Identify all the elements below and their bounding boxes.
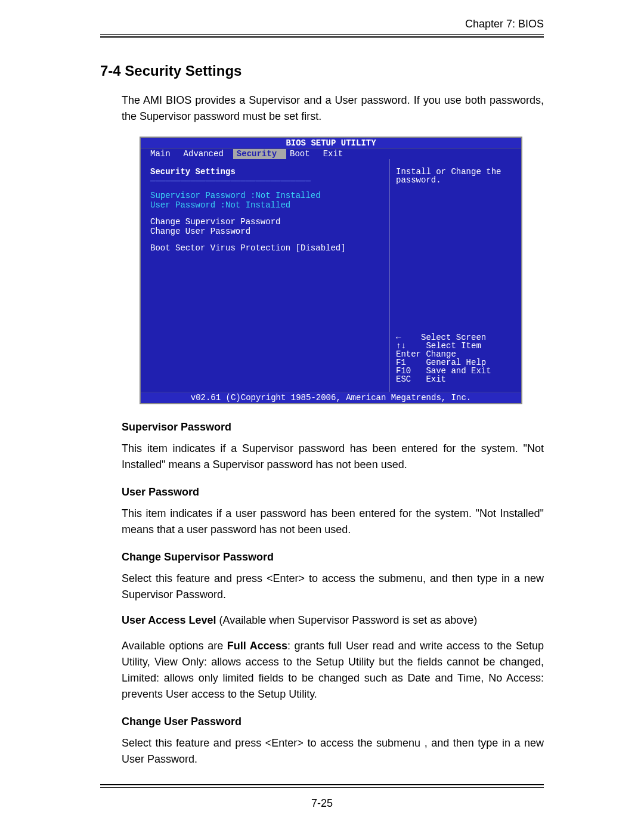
bios-section-title: Security Settings (150, 168, 380, 176)
chapter-label: Chapter 7: BIOS (100, 18, 544, 30)
key-enter: Enter Change (396, 350, 514, 358)
bios-help-line1: Install or Change the (396, 168, 514, 176)
user-password-row: User Password :Not Installed (150, 201, 380, 209)
user-password-label: User Password : (150, 200, 225, 210)
page-number: 7-25 (100, 797, 544, 810)
paragraph-access-options: Available options are Full Access: grant… (122, 638, 544, 702)
user-access-level-rest: (Available when Supervisor Password is s… (216, 614, 477, 626)
key-f10: F10 Save and Exit (396, 367, 514, 375)
key-f1: F1 General Help (396, 358, 514, 367)
heading-change-user-password: Change User Password (122, 716, 544, 728)
boot-sector-virus-row[interactable]: Boot Sector Virus Protection [Disabled] (150, 244, 380, 252)
bios-screenshot: BIOS SETUP UTILITY Main Advanced Securit… (140, 137, 522, 404)
user-password-value: Not Installed (225, 200, 290, 210)
options-bold: Full Access (227, 640, 287, 652)
boot-sector-label: Boot Sector Virus Protection (150, 243, 296, 253)
heading-user-password: User Password (122, 486, 544, 498)
bios-help-text: Install or Change the password. (396, 168, 514, 184)
bios-tabs: Main Advanced Security Boot Exit (141, 149, 521, 159)
paragraph-user-password: This item indicates if a user password h… (122, 506, 544, 538)
change-supervisor-password-item[interactable]: Change Supervisor Password (150, 218, 380, 226)
supervisor-password-label: Supervisor Password : (150, 191, 255, 200)
bios-key-legend: ← Select Screen ↑↓ Select Item Enter Cha… (396, 333, 514, 383)
supervisor-password-value: Not Installed (255, 191, 320, 200)
tab-main[interactable]: Main (147, 149, 180, 159)
tab-security[interactable]: Security (233, 149, 286, 159)
bios-right-panel: Install or Change the password. ← Select… (390, 159, 521, 392)
tab-exit[interactable]: Exit (320, 149, 353, 159)
paragraph-change-user-password: Select this feature and press <Enter> to… (122, 735, 544, 767)
bios-left-panel: Security Settings ──────────────────────… (141, 159, 390, 392)
bios-divider: ──────────────────────────────── (150, 177, 380, 185)
bottom-rule (100, 784, 544, 788)
change-user-password-item[interactable]: Change User Password (150, 227, 380, 236)
bios-help-line2: password. (396, 176, 514, 184)
bios-titlebar: BIOS SETUP UTILITY (141, 138, 521, 149)
user-access-level-bold: User Access Level (122, 614, 216, 626)
paragraph-supervisor-password: This item indicates if a Supervisor pass… (122, 441, 544, 473)
options-pre: Available options are (122, 640, 227, 652)
supervisor-password-row: Supervisor Password :Not Installed (150, 191, 380, 200)
heading-change-supervisor-password: Change Supervisor Password (122, 551, 544, 563)
section-heading: 7-4 Security Settings (100, 63, 544, 79)
top-rule (100, 34, 544, 38)
key-esc: ESC Exit (396, 375, 514, 383)
key-select-item: ↑↓ Select Item (396, 342, 514, 350)
key-select-screen: ← Select Screen (396, 333, 514, 342)
intro-paragraph: The AMI BIOS provides a Supervisor and a… (122, 92, 544, 125)
boot-sector-value: [Disabled] (296, 243, 346, 253)
paragraph-user-access-level: User Access Level (Available when Superv… (122, 612, 544, 628)
heading-supervisor-password: Supervisor Password (122, 421, 544, 433)
tab-advanced[interactable]: Advanced (180, 149, 233, 159)
bios-footer: v02.61 (C)Copyright 1985-2006, American … (141, 392, 521, 403)
tab-boot[interactable]: Boot (286, 149, 320, 159)
paragraph-change-supervisor-password: Select this feature and press <Enter> to… (122, 571, 544, 603)
